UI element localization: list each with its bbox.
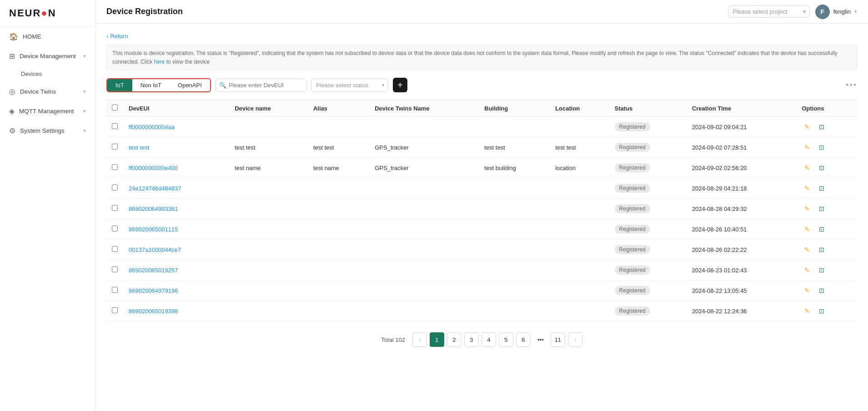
deveui-link[interactable]: ff00000000004aa [129, 124, 175, 130]
deveui-value[interactable]: test test [129, 144, 150, 151]
tab-non-iot[interactable]: Non IoT [132, 79, 170, 91]
table-cell-alias [308, 178, 369, 199]
deveui-link[interactable]: 869020065019398 [129, 308, 178, 315]
table-cell-options: ✎ ⊡ [796, 281, 857, 301]
chevron-right-icon: ▾ [83, 89, 86, 95]
sidebar-item-mqtt-management[interactable]: ◈ MQTT Management ▾ [0, 101, 95, 121]
page-btn-1[interactable]: 1 [430, 332, 444, 347]
deveui-link[interactable]: 24e124746d484837 [129, 185, 181, 192]
page-btn-5[interactable]: 5 [499, 332, 513, 347]
table-cell-location [550, 301, 609, 321]
edit-icon[interactable]: ✎ [802, 265, 813, 276]
row-checkbox[interactable] [112, 164, 118, 170]
edit-icon[interactable]: ✎ [802, 121, 813, 132]
table-cell-deveui: 00137a1000044ce7 [123, 240, 229, 260]
action-icons: ✎ ⊡ [802, 306, 852, 316]
deveui-link[interactable]: 869020065001115 [129, 226, 178, 233]
add-device-button[interactable]: + [393, 78, 407, 92]
table-cell-created: 2024-08-26 10:40:51 [687, 219, 797, 240]
sidebar-item-device-management[interactable]: ⊞ Device Management ▾ [0, 46, 95, 66]
sidebar-item-device-twins[interactable]: ◎ Device Twins ▾ [0, 82, 95, 101]
row-checkbox[interactable] [112, 123, 118, 129]
info-link[interactable]: here [154, 59, 165, 65]
copy-icon[interactable]: ⊡ [816, 224, 827, 235]
more-options-button[interactable]: ••• [846, 80, 857, 90]
table-cell-device-name [229, 301, 308, 321]
copy-icon[interactable]: ⊡ [816, 183, 827, 194]
copy-icon[interactable]: ⊡ [816, 244, 827, 255]
copy-icon[interactable]: ⊡ [816, 265, 827, 276]
row-checkbox[interactable] [112, 246, 118, 252]
info-text2: to view the device [166, 59, 210, 65]
row-checkbox[interactable] [112, 307, 118, 313]
device-twins-icon: ◎ [9, 87, 15, 96]
info-text: This module is device registration. The … [112, 50, 838, 65]
row-checkbox-cell [106, 260, 123, 281]
page-btn-11[interactable]: 11 [551, 332, 565, 347]
col-deveui: DevEUI [123, 100, 229, 117]
row-checkbox-cell [106, 199, 123, 219]
page-btn-6[interactable]: 6 [516, 332, 531, 347]
edit-icon[interactable]: ✎ [802, 203, 813, 214]
edit-icon[interactable]: ✎ [802, 162, 813, 173]
table-cell-building [479, 199, 550, 219]
row-checkbox[interactable] [112, 144, 118, 150]
page-btn-3[interactable]: 3 [464, 332, 479, 347]
deveui-link[interactable]: 00137a1000044ce7 [129, 246, 181, 253]
tab-iot[interactable]: IoT [107, 79, 132, 91]
col-creation-time: Creation Time [687, 100, 797, 117]
sidebar-item-home[interactable]: 🏠 HOME [0, 27, 95, 46]
copy-icon[interactable]: ⊡ [816, 162, 827, 173]
back-label: Return [110, 33, 128, 40]
project-select[interactable]: Please select project [728, 5, 810, 18]
page-btn-2[interactable]: 2 [447, 332, 462, 347]
table-cell-building [479, 240, 550, 260]
status-select[interactable]: Please select statusRegisteredConnected [311, 79, 388, 92]
search-input[interactable] [216, 79, 306, 92]
deveui-link[interactable]: 869020065019257 [129, 267, 178, 274]
tab-openapi[interactable]: OpenAPI [170, 79, 210, 91]
row-checkbox[interactable] [112, 266, 118, 272]
table-cell-deveui: ff00000000004aa [123, 117, 229, 137]
table-cell-status: Registered [609, 137, 687, 158]
table-cell-twins-name [369, 219, 479, 240]
edit-icon[interactable]: ✎ [802, 183, 813, 194]
edit-icon[interactable]: ✎ [802, 285, 813, 296]
copy-icon[interactable]: ⊡ [816, 142, 827, 153]
deveui-link[interactable]: ff0000000000e400 [129, 165, 178, 171]
edit-icon[interactable]: ✎ [802, 306, 813, 316]
row-checkbox[interactable] [112, 226, 118, 231]
copy-icon[interactable]: ⊡ [816, 121, 827, 132]
deveui-link[interactable]: 869020064993361 [129, 206, 178, 212]
table-cell-twins-name: GPS_tracker [369, 158, 479, 178]
edit-icon[interactable]: ✎ [802, 142, 813, 153]
edit-icon[interactable]: ✎ [802, 224, 813, 235]
row-checkbox-cell [106, 301, 123, 321]
row-checkbox[interactable] [112, 185, 118, 190]
table-cell-created: 2024-08-22 13:05:45 [687, 281, 797, 301]
next-page-button[interactable]: › [568, 332, 582, 347]
row-checkbox[interactable] [112, 205, 118, 211]
user-badge[interactable]: F fenglin ▾ [815, 5, 857, 19]
select-all-checkbox[interactable] [112, 105, 118, 110]
table-cell-options: ✎ ⊡ [796, 219, 857, 240]
deveui-link[interactable]: 869020064979196 [129, 287, 178, 294]
table-cell-device-name [229, 117, 308, 137]
row-checkbox[interactable] [112, 287, 118, 293]
content-area: ‹ Return This module is device registrat… [95, 24, 868, 411]
prev-page-button[interactable]: ‹ [412, 332, 427, 347]
search-icon: 🔍 [219, 82, 226, 89]
back-link[interactable]: ‹ Return [106, 33, 857, 40]
sidebar-item-system-settings[interactable]: ⚙ System Settings ▾ [0, 121, 95, 140]
sidebar-item-devices[interactable]: Devices [0, 66, 95, 82]
copy-icon[interactable]: ⊡ [816, 306, 827, 316]
status-badge: Registered [615, 245, 650, 254]
table-cell-deveui: 869020065001115 [123, 219, 229, 240]
device-management-icon: ⊞ [9, 52, 15, 60]
action-icons: ✎ ⊡ [802, 203, 852, 214]
page-btn-4[interactable]: 4 [482, 332, 496, 347]
copy-icon[interactable]: ⊡ [816, 203, 827, 214]
copy-icon[interactable]: ⊡ [816, 285, 827, 296]
edit-icon[interactable]: ✎ [802, 244, 813, 255]
page-title: Device Registration [106, 7, 183, 16]
